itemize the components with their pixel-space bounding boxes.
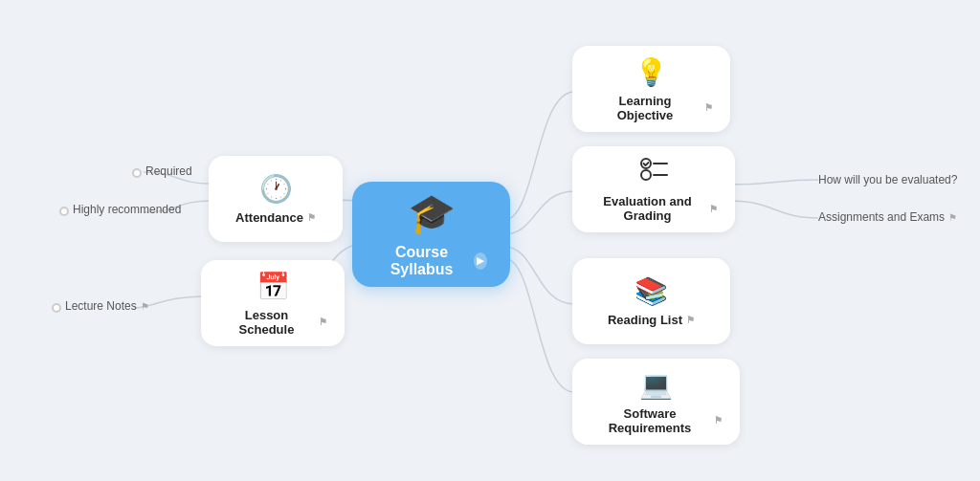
dot-required — [132, 168, 142, 178]
lightbulb-icon: 💡 — [635, 56, 668, 88]
leaf-required[interactable]: Required — [145, 164, 192, 178]
node-reading-list[interactable]: 📚 Reading List ⚑ — [572, 258, 730, 344]
svg-point-0 — [641, 159, 651, 168]
pin-icon: ⚑ — [319, 317, 327, 327]
pin-icon: ⚑ — [709, 204, 718, 214]
software-requirements-label: Software Requirements ⚑ — [590, 406, 723, 435]
node-learning-objective[interactable]: 💡 Learning Objective ⚑ — [572, 46, 730, 132]
leaf-how-evaluated[interactable]: How will you be evaluated? — [818, 173, 957, 186]
node-lesson-schedule[interactable]: 📅 Lesson Schedule ⚑ — [201, 260, 345, 346]
center-node-course-syllabus[interactable]: 🎓 Course Syllabus ▶ — [352, 182, 510, 287]
lesson-schedule-label: Lesson Schedule ⚑ — [218, 308, 327, 337]
books-icon: 📚 — [635, 275, 668, 307]
center-node-label: Course Syllabus ▶ — [375, 244, 487, 278]
svg-point-2 — [641, 170, 651, 180]
leaf-highly-recommended[interactable]: Highly recommended — [73, 203, 181, 216]
pin-icon: ⚑ — [714, 415, 723, 426]
calendar-icon: 📅 — [256, 271, 290, 302]
node-software-requirements[interactable]: 💻 Software Requirements ⚑ — [572, 359, 740, 445]
node-evaluation-grading[interactable]: Evaluation and Grading ⚑ — [572, 146, 735, 232]
dot-highly-recommended — [59, 207, 69, 216]
evaluation-grading-label: Evaluation and Grading ⚑ — [590, 194, 718, 223]
dot-lecture-notes — [52, 303, 61, 313]
pin-icon: ⚑ — [307, 212, 316, 223]
learning-objective-label: Learning Objective ⚑ — [590, 94, 713, 122]
pin-icon: ⚑ — [948, 212, 957, 223]
pin-icon: ⚑ — [704, 102, 713, 113]
pin-icon: ⚑ — [686, 315, 695, 325]
play-icon: ▶ — [474, 252, 487, 270]
checklist-icon — [638, 156, 669, 188]
node-attendance[interactable]: 🕐 Attendance ⚑ — [209, 156, 343, 242]
graduation-cap-icon: 🎓 — [408, 191, 456, 236]
leaf-lecture-notes[interactable]: Lecture Notes ⚑ — [65, 299, 149, 313]
laptop-icon: 💻 — [639, 369, 673, 401]
pin-icon: ⚑ — [141, 301, 149, 312]
reading-list-label: Reading List ⚑ — [608, 313, 695, 327]
attendance-label: Attendance ⚑ — [235, 210, 316, 225]
clock-icon: 🕐 — [259, 173, 293, 205]
leaf-assignments-exams[interactable]: Assignments and Exams ⚑ — [818, 210, 957, 224]
